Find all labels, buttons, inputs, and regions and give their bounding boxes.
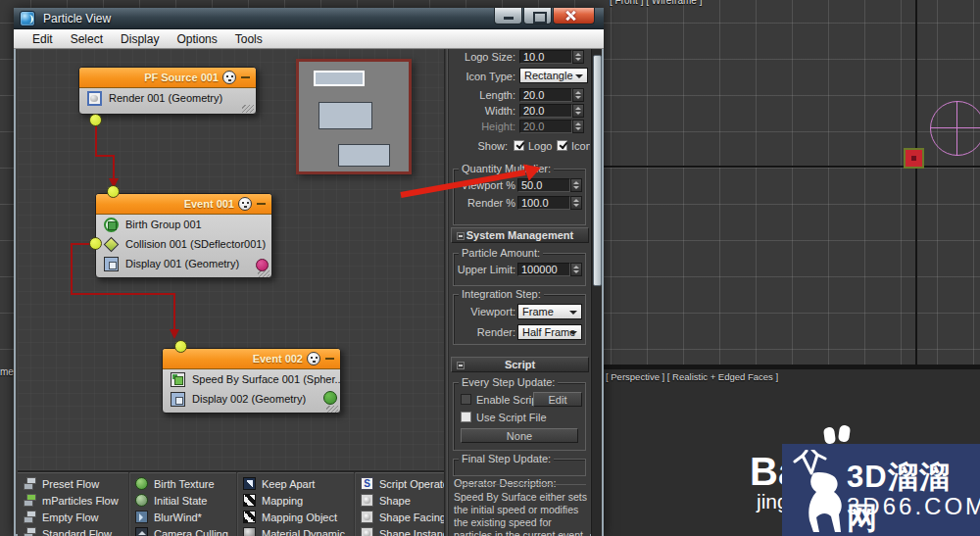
node-event-002[interactable]: Event 002 Speed By Surface 001 (Spher...…: [162, 348, 341, 414]
edit-button[interactable]: Edit: [533, 392, 582, 407]
depot-item-initial-state[interactable]: Initial State: [135, 492, 228, 509]
upper-limit-field[interactable]: 100000: [517, 263, 570, 276]
length-field[interactable]: 20.0: [519, 88, 572, 102]
height-spinner[interactable]: [572, 120, 584, 133]
depot-item-standard-flow[interactable]: Standard Flow: [24, 525, 119, 536]
system-management-rollout[interactable]: System Management: [451, 227, 589, 243]
menu-options[interactable]: Options: [168, 30, 225, 48]
depot-item-empty-flow[interactable]: Empty Flow: [24, 509, 119, 525]
show-icon-checkbox[interactable]: [557, 140, 567, 151]
menu-edit[interactable]: Edit: [24, 30, 62, 48]
depot-item-birth-texture[interactable]: Birth Texture: [135, 475, 228, 492]
show-label: Show:: [448, 140, 508, 152]
height-field[interactable]: 20.0: [519, 120, 572, 133]
width-field[interactable]: 20.0: [519, 104, 572, 118]
width-spinner[interactable]: [572, 104, 584, 118]
display-lamp-icon[interactable]: [307, 352, 320, 365]
display-lamp-icon[interactable]: [222, 71, 236, 84]
display-002-color-dot[interactable]: [323, 391, 337, 405]
integration-render-dropdown[interactable]: Half Frame: [517, 324, 582, 340]
node-item-display[interactable]: Display 002 (Geometry): [163, 389, 340, 409]
scrollbar-thumb[interactable]: [593, 55, 602, 286]
node-pf-source-001[interactable]: PF Source 001 Render 001 (Geometry): [78, 67, 257, 115]
node-item-collision[interactable]: Collision 001 (SDeflector001): [96, 234, 271, 254]
event-canvas[interactable]: PF Source 001 Render 001 (Geometry) Even…: [18, 49, 444, 470]
node-header[interactable]: PF Source 001: [79, 68, 256, 88]
collapse-icon[interactable]: [457, 362, 465, 369]
minimize-button[interactable]: [494, 8, 522, 24]
depot-item-shape-instance[interactable]: Shape Instance: [361, 525, 444, 536]
depot-item-script-operator[interactable]: S Script Operator: [361, 475, 444, 492]
window-titlebar[interactable]: Particle View: [14, 8, 604, 29]
collapse-icon[interactable]: [241, 76, 250, 78]
depot-item-material-dynamic[interactable]: Material Dynamic: [243, 525, 345, 536]
node-item-render[interactable]: Render 001 (Geometry): [79, 88, 256, 108]
event-001-input-dot[interactable]: [107, 185, 120, 198]
depot-item-shape[interactable]: Shape: [361, 492, 444, 509]
length-spinner[interactable]: [572, 88, 584, 102]
watermark-site-url: 3D66.COM: [847, 493, 980, 520]
node-item-label: Collision 001 (SDeflector001): [125, 238, 266, 250]
viewport-pct-spinner[interactable]: [570, 178, 582, 192]
parameters-panel: Logo Size: 10.0 Icon Type: Rectangle Len…: [448, 49, 590, 536]
logo-size-spinner[interactable]: [572, 50, 584, 64]
node-item-birth-group[interactable]: Birth Group 001: [96, 215, 271, 234]
operator-depot: Preset Flow mParticles Flow Empty Flow S…: [18, 470, 444, 536]
depot-item-label: Keep Apart: [262, 478, 315, 490]
display-lamp-icon[interactable]: [238, 197, 252, 211]
display-001-color-dot[interactable]: [256, 259, 269, 271]
render-pct-field[interactable]: 100.0: [517, 196, 570, 210]
upper-limit-spinner[interactable]: [570, 263, 582, 276]
node-header[interactable]: Event 002: [163, 349, 340, 369]
node-title: Event 001: [184, 198, 234, 210]
collapse-icon[interactable]: [325, 358, 334, 360]
render-pct-spinner[interactable]: [570, 196, 582, 210]
viewport-pct-field[interactable]: 50.0: [517, 178, 570, 192]
node-event-001[interactable]: Event 001 Birth Group 001 Collision 001 …: [95, 193, 272, 278]
viewport-pct-label: Viewport %: [451, 179, 515, 191]
depot-item-camera-culling[interactable]: Camera Culling: [135, 525, 228, 536]
depot-item-shape-facing[interactable]: Shape Facing: [361, 509, 444, 525]
maximize-button[interactable]: [523, 8, 552, 24]
navigator-node-rect: [338, 144, 390, 167]
event-002-input-dot[interactable]: [174, 340, 187, 353]
divider: [457, 484, 586, 485]
depot-column-flows: Preset Flow mParticles Flow Empty Flow S…: [24, 475, 119, 536]
collapse-icon[interactable]: [257, 203, 266, 205]
logo-size-field[interactable]: 10.0: [519, 50, 572, 64]
depot-item-mapping-object[interactable]: Mapping Object: [243, 509, 345, 525]
depot-item-label: Mapping: [262, 495, 303, 507]
node-header[interactable]: Event 001: [96, 194, 271, 215]
show-logo-checkbox[interactable]: [514, 140, 524, 151]
collision-test-output-dot[interactable]: [89, 237, 102, 250]
icon-type-dropdown[interactable]: Rectangle: [519, 68, 588, 83]
depot-item-preset-flow[interactable]: Preset Flow: [24, 475, 119, 492]
menu-display[interactable]: Display: [112, 30, 168, 48]
deer-logo: [790, 450, 847, 532]
resize-grip-icon[interactable]: [326, 406, 338, 414]
integration-viewport-dropdown[interactable]: Frame: [517, 304, 582, 319]
pf-source-output-dot[interactable]: [89, 114, 102, 126]
particle-view-window-icon: [20, 11, 35, 26]
final-step-update-title: Final Step Update:: [459, 453, 554, 464]
depot-item-blurwind[interactable]: BlurWind*: [135, 509, 228, 525]
close-button[interactable]: [553, 8, 595, 24]
none-button[interactable]: None: [461, 428, 578, 443]
use-script-file-checkbox[interactable]: [461, 412, 471, 422]
script-rollout[interactable]: Script: [451, 357, 589, 372]
depot-item-keep-apart[interactable]: Keep Apart: [243, 475, 345, 492]
depot-item-mparticles-flow[interactable]: mParticles Flow: [24, 492, 119, 509]
canvas-navigator[interactable]: [296, 59, 412, 174]
node-item-display[interactable]: Display 001 (Geometry): [96, 254, 271, 273]
node-item-speed-by-surface[interactable]: Speed By Surface 001 (Spher...: [163, 369, 340, 389]
depot-item-mapping[interactable]: Mapping: [243, 492, 345, 509]
menu-select[interactable]: Select: [62, 30, 112, 48]
grid-axis-vertical: [915, 0, 917, 369]
resize-grip-icon[interactable]: [258, 270, 270, 278]
menu-tools[interactable]: Tools: [226, 30, 271, 48]
panel-scrollbar[interactable]: [591, 49, 602, 536]
collision-test-icon: [104, 236, 120, 252]
enable-script-checkbox[interactable]: [461, 394, 471, 405]
resize-grip-icon[interactable]: [242, 105, 254, 113]
collapse-icon[interactable]: [457, 232, 465, 240]
